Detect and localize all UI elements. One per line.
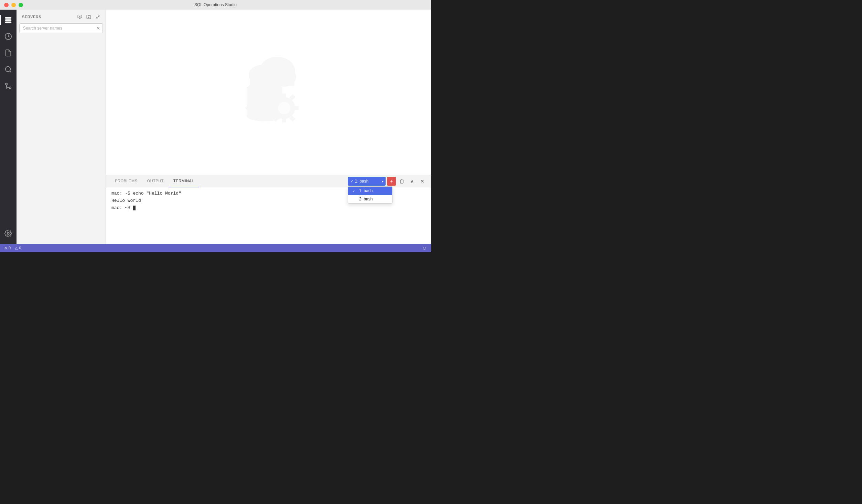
sidebar-item-git[interactable] [0, 78, 17, 94]
smiley-icon[interactable]: ☺ [422, 245, 427, 251]
search-clear-button[interactable]: ✕ [96, 25, 101, 31]
terminal-session-display[interactable]: ✓ 1: bash ▾ [348, 177, 386, 186]
svg-point-8 [7, 232, 9, 234]
error-count: 0 [9, 246, 11, 250]
kill-terminal-button[interactable] [397, 177, 406, 186]
tab-terminal[interactable]: TERMINAL [169, 175, 199, 187]
terminal-dropdown-menu: ✓ 1: bash 2: bash [348, 186, 392, 204]
svg-rect-1 [5, 19, 11, 21]
window-title: SQL Operations Studio [194, 2, 237, 7]
sidebar-item-servers[interactable] [0, 12, 17, 28]
titlebar: SQL Operations Studio [0, 0, 431, 10]
error-icon: ✕ [4, 246, 7, 250]
warning-icon: △ [15, 246, 18, 250]
sidebar: SERVERS [17, 10, 106, 244]
search-input[interactable] [19, 23, 103, 33]
panel-actions: ✓ 1: bash ▾ ✓ 1: bash 2: bash [348, 177, 427, 186]
activity-bar-top [0, 12, 17, 226]
collapse-panel-button[interactable]: ∧ [408, 177, 417, 186]
window-controls [4, 3, 23, 7]
main-container: SERVERS [0, 10, 431, 244]
svg-point-4 [6, 67, 11, 72]
activity-bar [0, 10, 17, 244]
terminal-line-3: mac: ~$ [111, 205, 425, 212]
bottom-panel: PROBLEMS OUTPUT TERMINAL ✓ 1: bash ▾ [106, 175, 431, 244]
terminal-session-label: 1: bash [355, 179, 368, 184]
tab-output[interactable]: OUTPUT [142, 175, 169, 187]
terminal-cursor [133, 206, 136, 210]
svg-line-17 [96, 17, 97, 19]
content-area: PROBLEMS OUTPUT TERMINAL ✓ 1: bash ▾ [106, 10, 431, 244]
activity-bar-bottom [0, 226, 17, 244]
plus-icon: + [390, 178, 393, 184]
sidebar-item-history[interactable] [0, 29, 17, 44]
svg-rect-30 [294, 106, 299, 110]
svg-line-16 [98, 15, 99, 17]
svg-rect-25 [247, 87, 282, 91]
sidebar-header-actions [76, 13, 101, 21]
new-connection-button[interactable] [76, 13, 84, 21]
maximize-button[interactable] [19, 3, 23, 7]
terminal-session-dropdown[interactable]: ✓ 1: bash ▾ ✓ 1: bash 2: bash [348, 177, 386, 186]
new-terminal-button[interactable]: + [387, 177, 396, 186]
search-box: ✕ [19, 23, 103, 33]
close-icon: ✕ [420, 178, 424, 184]
status-right: ☺ [422, 245, 427, 251]
sidebar-header: SERVERS [17, 10, 106, 23]
editor-area [106, 10, 431, 175]
check-icon: ✓ [352, 189, 357, 193]
add-group-button[interactable] [85, 13, 93, 21]
panel-tabs: PROBLEMS OUTPUT TERMINAL ✓ 1: bash ▾ [106, 175, 431, 187]
svg-rect-31 [270, 106, 274, 110]
sidebar-item-settings[interactable] [0, 226, 17, 241]
warning-count: 0 [19, 246, 21, 250]
svg-rect-0 [5, 17, 11, 19]
sidebar-item-file[interactable] [0, 45, 17, 61]
chevron-up-icon: ∧ [410, 178, 414, 184]
trash-icon [399, 179, 404, 184]
status-bar: ✕ 0 △ 0 ☺ [0, 244, 431, 252]
check-mark-icon: ✓ [351, 179, 354, 184]
sidebar-item-search[interactable] [0, 62, 17, 77]
status-errors[interactable]: ✕ 0 [4, 246, 11, 250]
svg-line-5 [10, 71, 11, 72]
terminal-option-2[interactable]: 2: bash [348, 195, 392, 203]
svg-rect-29 [282, 118, 286, 122]
svg-rect-2 [5, 22, 11, 23]
close-panel-button[interactable]: ✕ [418, 177, 427, 186]
svg-point-7 [6, 83, 8, 85]
svg-rect-28 [282, 94, 286, 98]
status-warnings[interactable]: △ 0 [15, 246, 21, 250]
minimize-button[interactable] [11, 3, 16, 7]
svg-point-6 [9, 87, 11, 89]
logo-watermark [224, 48, 313, 137]
tab-problems[interactable]: PROBLEMS [110, 175, 142, 187]
dropdown-arrow-icon: ▾ [382, 179, 384, 183]
terminal-option-1[interactable]: ✓ 1: bash [348, 187, 392, 195]
svg-point-27 [278, 102, 290, 114]
status-left: ✕ 0 △ 0 [4, 246, 21, 250]
close-button[interactable] [4, 3, 9, 7]
sidebar-title: SERVERS [22, 15, 41, 19]
collapse-all-button[interactable] [94, 13, 101, 21]
